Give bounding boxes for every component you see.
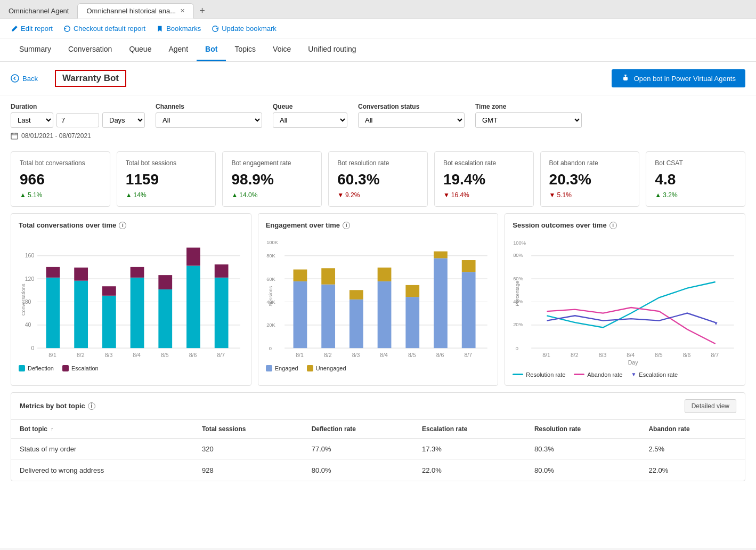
metric-card-bot-abandon-rate: Bot abandon rate 20.3% ▼ 5.1%	[540, 151, 640, 207]
cell-resolution-rate: 80.0%	[526, 459, 640, 481]
svg-text:Percentage: Percentage	[515, 281, 520, 306]
edit-report-button[interactable]: Edit report	[11, 25, 53, 33]
tab-topics[interactable]: Topics	[226, 38, 264, 61]
toolbar: Edit report Checkout default report Book…	[0, 19, 756, 38]
engagement-chart: Engagement over time i 0 20K 40K 60K 80K…	[258, 213, 499, 386]
escalation-color	[62, 365, 69, 371]
svg-text:Conversations: Conversations	[21, 284, 26, 316]
metric-change-1: ▲ 14%	[126, 191, 207, 199]
svg-text:0: 0	[31, 345, 34, 351]
filters-bar: Duration Last Days Channels All Queue Al…	[0, 95, 756, 130]
cell-escalation-rate: 22.0%	[413, 459, 526, 481]
table-scroll[interactable]: Bot topic ↑ Total sessions Deflection ra…	[11, 420, 745, 481]
info-icon: i	[609, 222, 617, 229]
pencil-icon	[11, 25, 18, 33]
table-row: Delivered to wrong address 928 80.0% 22.…	[11, 459, 745, 481]
legend-deflection: Deflection	[19, 365, 54, 371]
close-tab-icon[interactable]: ✕	[180, 7, 185, 14]
duration-select[interactable]: Last	[11, 112, 53, 128]
legend-engaged: Engaged	[266, 365, 298, 371]
svg-text:100K: 100K	[266, 240, 279, 245]
total-conversations-chart: Total conversations over time i 0 40 80 …	[11, 213, 251, 386]
metric-card-bot-escalation-rate: Bot escalation rate 19.4% ▼ 16.4%	[434, 151, 534, 207]
cell-escalation-rate: 17.3%	[413, 438, 526, 459]
conversation-status-filter: Conversation status All	[358, 103, 465, 128]
browser-tab-omnichannel-agent[interactable]: Omnichannel Agent	[0, 4, 77, 18]
cell-resolution-rate: 80.3%	[526, 438, 640, 459]
open-bot-button[interactable]: Open bot in Power Virtual Agents	[612, 69, 745, 87]
duration-period-select[interactable]: Days	[102, 112, 145, 128]
svg-text:160: 160	[25, 252, 35, 258]
svg-rect-20	[74, 268, 88, 281]
tab-agent[interactable]: Agent	[160, 38, 197, 61]
conversation-status-select[interactable]: All	[358, 112, 465, 128]
escalation-icon: ▼	[631, 371, 636, 377]
session-outcomes-chart: Session outcomes over time i 0 20% 40% 6…	[505, 213, 745, 386]
info-icon: i	[88, 402, 95, 410]
svg-text:0: 0	[516, 346, 518, 351]
bookmarks-button[interactable]: Bookmarks	[156, 25, 201, 33]
metrics-cards: Total bot conversations 966 ▲ 5.1% Total…	[0, 145, 756, 213]
sort-icon[interactable]: ↑	[51, 426, 53, 432]
svg-text:8/3: 8/3	[599, 352, 607, 358]
svg-text:100%: 100%	[514, 240, 526, 246]
svg-rect-29	[215, 278, 229, 348]
unengaged-color	[307, 365, 313, 371]
svg-text:40: 40	[25, 321, 31, 328]
metric-change-0: ▲ 5.1%	[20, 191, 101, 199]
svg-text:8/7: 8/7	[464, 352, 472, 358]
col-resolution-rate: Resolution rate	[526, 420, 640, 439]
tab-summary[interactable]: Summary	[11, 38, 60, 61]
legend-abandon: Abandon rate	[574, 371, 622, 378]
bot-icon	[621, 74, 630, 83]
table-row: Status of my order 320 77.0% 17.3% 80.3%…	[11, 438, 745, 459]
deflection-color	[19, 365, 25, 371]
bot-topic-table: Bot topic ↑ Total sessions Deflection ra…	[11, 420, 745, 481]
browser-tab-historical[interactable]: Omnichannel historical ana... ✕	[77, 3, 194, 19]
tab-unified-routing[interactable]: Unified routing	[299, 38, 364, 61]
back-icon	[11, 74, 19, 83]
table-header-row: Bot topic ↑ Total sessions Deflection ra…	[11, 420, 745, 439]
checkout-report-button[interactable]: Checkout default report	[63, 25, 145, 33]
metric-card-total-bot-conversations: Total bot conversations 966 ▲ 5.1%	[11, 151, 110, 207]
resolution-color	[513, 374, 523, 375]
svg-rect-54	[321, 268, 335, 284]
duration-number-input[interactable]	[56, 113, 99, 127]
arrow-down-icon: ▼	[443, 191, 450, 199]
svg-rect-27	[186, 266, 200, 349]
tab-label: Omnichannel Agent	[9, 7, 69, 15]
refresh-icon	[63, 25, 71, 33]
queue-filter: Queue All	[273, 103, 347, 128]
svg-rect-59	[405, 297, 419, 348]
svg-rect-21	[102, 296, 116, 348]
tab-queue[interactable]: Queue	[120, 38, 160, 61]
calendar-icon	[11, 132, 18, 140]
channels-select[interactable]: All	[156, 112, 262, 128]
timezone-select[interactable]: GMT	[475, 112, 582, 128]
chart-legend: Engaged Unengaged	[266, 365, 491, 371]
svg-text:8/2: 8/2	[77, 352, 85, 358]
queue-select[interactable]: All	[273, 112, 347, 128]
legend-escalation: Escalation	[62, 365, 99, 371]
svg-text:8/1: 8/1	[543, 352, 551, 358]
info-icon: i	[343, 222, 350, 229]
svg-rect-25	[158, 289, 172, 348]
back-button[interactable]: Back	[11, 74, 38, 83]
svg-text:8/6: 8/6	[189, 352, 197, 358]
detailed-view-button[interactable]: Detailed view	[685, 399, 736, 413]
col-escalation-rate: Escalation rate	[413, 420, 526, 439]
svg-rect-64	[461, 260, 475, 272]
svg-rect-51	[293, 281, 307, 348]
svg-text:120: 120	[25, 276, 35, 282]
update-bookmark-button[interactable]: Update bookmark	[212, 25, 277, 33]
add-tab-button[interactable]: +	[194, 3, 210, 19]
channels-filter: Channels All	[156, 103, 262, 128]
tab-conversation[interactable]: Conversation	[60, 38, 121, 61]
arrow-up-icon: ▲	[126, 191, 132, 199]
cell-deflection-rate: 77.0%	[303, 438, 413, 459]
tab-voice[interactable]: Voice	[264, 38, 299, 61]
arrow-up-icon: ▲	[655, 191, 661, 199]
svg-rect-56	[349, 290, 363, 300]
tab-bot[interactable]: Bot	[197, 38, 226, 61]
sync-icon	[212, 25, 219, 33]
